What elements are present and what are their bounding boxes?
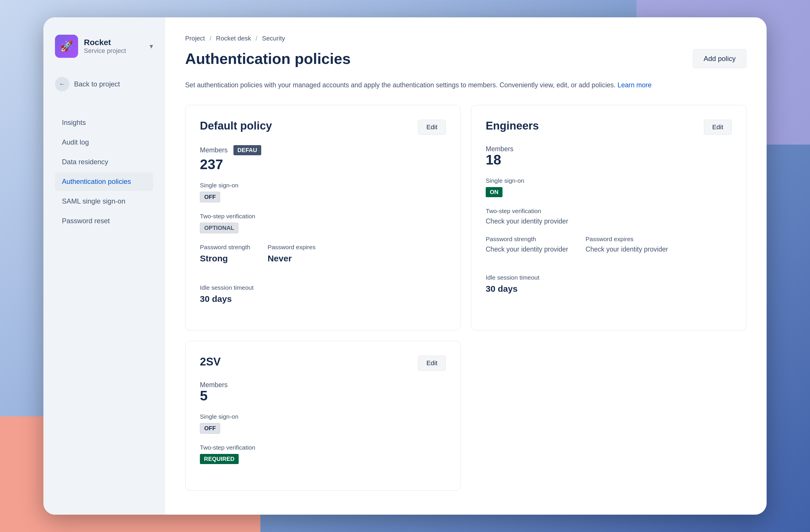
add-policy-button[interactable]: Add policy: [693, 49, 746, 68]
sso-field-2sv: Single sign-on OFF: [200, 413, 446, 434]
password-expires-value-engineers: Check your identity provider: [585, 246, 668, 253]
learn-more-link[interactable]: Learn more: [618, 81, 652, 89]
sidebar-item-insights[interactable]: Insights: [55, 113, 153, 132]
two-step-value-engineers: Check your identity provider: [486, 217, 732, 225]
two-step-label-2sv: Two-step verification: [200, 444, 446, 451]
two-step-field-default: Two-step verification OPTIONAL: [200, 213, 446, 233]
two-step-label-engineers: Two-step verification: [486, 207, 732, 215]
password-strength-label-default: Password strength: [200, 244, 250, 251]
edit-button-default[interactable]: Edit: [418, 120, 446, 135]
password-expires-label-engineers: Password expires: [585, 236, 668, 243]
breadcrumb-security: Security: [262, 35, 285, 42]
sso-label-engineers: Single sign-on: [486, 177, 732, 184]
rocket-icon: 🚀: [60, 40, 73, 52]
idle-session-value-default: 30 days: [200, 294, 446, 304]
edit-button-2sv[interactable]: Edit: [418, 356, 446, 371]
members-field-2sv: Members 5: [200, 381, 446, 403]
members-row-default: Members DEFAU: [200, 145, 446, 155]
sidebar-item-audit-log[interactable]: Audit log: [55, 133, 153, 151]
breadcrumb-sep-2: /: [256, 35, 257, 42]
breadcrumb-project[interactable]: Project: [185, 35, 205, 42]
back-arrow-icon: ←: [55, 77, 69, 92]
policy-title-2sv: 2SV: [200, 356, 221, 368]
sidebar-item-authentication-policies[interactable]: Authentication policies: [55, 172, 153, 191]
sso-label-default: Single sign-on: [200, 182, 446, 189]
sso-field-default: Single sign-on OFF: [200, 182, 446, 202]
sidebar: 🚀 Rocket Service project ▾ ← Back to pro…: [44, 17, 165, 515]
two-step-field-2sv: Two-step verification REQUIRED: [200, 444, 446, 464]
brand-name: Rocket: [84, 38, 144, 47]
sso-label-2sv: Single sign-on: [200, 413, 446, 420]
password-expires-value-default: Never: [268, 253, 315, 263]
back-label: Back to project: [74, 80, 120, 88]
policies-grid: Default policy Edit Members DEFAU 237 Si…: [185, 105, 746, 491]
idle-session-field-default: Idle session timeout 30 days: [200, 284, 446, 304]
card-header-2sv: 2SV Edit: [200, 356, 446, 371]
back-to-project-button[interactable]: ← Back to project: [55, 72, 153, 96]
password-expires-field-engineers: Password expires Check your identity pro…: [585, 236, 668, 253]
idle-session-field-engineers: Idle session timeout 30 days: [486, 274, 732, 294]
card-header-engineers: Engineers Edit: [486, 120, 732, 135]
breadcrumb: Project / Rocket desk / Security: [185, 35, 746, 42]
page-header: Authentication policies Add policy: [185, 49, 746, 68]
two-step-field-engineers: Two-step verification Check your identit…: [486, 207, 732, 225]
policy-card-2sv: 2SV Edit Members 5 Single sign-on OFF Tw…: [185, 341, 460, 491]
policy-title-engineers: Engineers: [486, 120, 539, 132]
sidebar-item-saml-sso[interactable]: SAML single sign-on: [55, 192, 153, 211]
app-window: 🚀 Rocket Service project ▾ ← Back to pro…: [44, 17, 766, 515]
idle-session-value-engineers: 30 days: [486, 284, 732, 294]
password-expires-label-default: Password expires: [268, 244, 315, 251]
policy-card-default: Default policy Edit Members DEFAU 237 Si…: [185, 105, 460, 331]
main-content: Project / Rocket desk / Security Authent…: [165, 17, 766, 515]
members-field-engineers: Members 18: [486, 145, 732, 167]
card-header-default: Default policy Edit: [200, 120, 446, 135]
idle-session-label-engineers: Idle session timeout: [486, 274, 732, 281]
password-strength-value-engineers: Check your identity provider: [486, 246, 568, 253]
page-title: Authentication policies: [185, 50, 351, 67]
password-strength-field-default: Password strength Strong: [200, 244, 250, 263]
page-description: Set authentication policies with your ma…: [185, 80, 746, 90]
policy-card-engineers: Engineers Edit Members 18 Single sign-on…: [471, 105, 746, 331]
sidebar-nav: Insights Audit log Data residency Authen…: [55, 113, 153, 230]
sidebar-item-password-reset[interactable]: Password reset: [55, 212, 153, 230]
password-strength-value-default: Strong: [200, 253, 250, 263]
default-badge: DEFAU: [233, 145, 261, 155]
brand-subtitle: Service project: [84, 47, 144, 55]
brand[interactable]: 🚀 Rocket Service project ▾: [55, 35, 153, 58]
password-row-engineers: Password strength Check your identity pr…: [486, 236, 732, 264]
members-field-default: Members DEFAU 237: [200, 145, 446, 171]
two-step-badge-2sv: REQUIRED: [200, 454, 239, 464]
policy-title-default: Default policy: [200, 120, 272, 132]
two-step-label-default: Two-step verification: [200, 213, 446, 220]
breadcrumb-rocket-desk[interactable]: Rocket desk: [216, 35, 251, 42]
brand-logo: 🚀: [55, 35, 78, 58]
password-strength-field-engineers: Password strength Check your identity pr…: [486, 236, 568, 253]
chevron-down-icon: ▾: [149, 42, 153, 50]
members-count-default: 237: [200, 157, 446, 171]
sso-badge-default: OFF: [200, 192, 220, 202]
sso-field-engineers: Single sign-on ON: [486, 177, 732, 197]
sso-badge-engineers: ON: [486, 187, 502, 197]
two-step-badge-default: OPTIONAL: [200, 222, 238, 233]
members-label-engineers: Members: [486, 145, 732, 153]
password-row-default: Password strength Strong Password expire…: [200, 244, 446, 274]
breadcrumb-sep-1: /: [209, 35, 211, 42]
edit-button-engineers[interactable]: Edit: [704, 120, 732, 135]
sso-badge-2sv: OFF: [200, 423, 220, 434]
password-strength-label-engineers: Password strength: [486, 236, 568, 243]
sidebar-item-data-residency[interactable]: Data residency: [55, 153, 153, 171]
idle-session-label-default: Idle session timeout: [200, 284, 446, 291]
brand-info: Rocket Service project: [84, 38, 144, 55]
password-expires-field-default: Password expires Never: [268, 244, 315, 263]
members-label-default: Members: [200, 146, 228, 154]
members-label-2sv: Members: [200, 381, 446, 389]
members-count-2sv: 5: [200, 389, 446, 403]
members-count-engineers: 18: [486, 153, 732, 167]
